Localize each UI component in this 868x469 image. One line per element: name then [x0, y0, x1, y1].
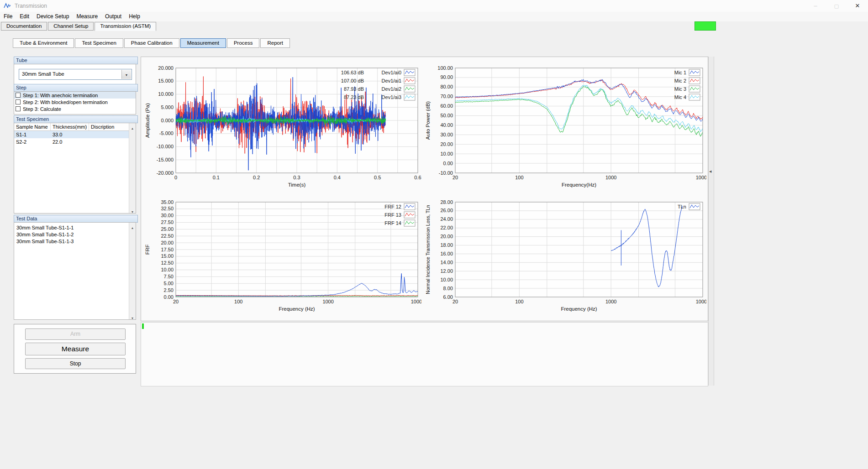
legend-entry: FRF 14 [384, 220, 415, 226]
checkbox-icon[interactable] [16, 106, 21, 111]
subtab-process[interactable]: Process [227, 38, 260, 48]
chart-panel: 00.10.20.30.40.50.6-20.000-15.000-10.000… [141, 57, 708, 321]
svg-text:10.00: 10.00 [440, 277, 453, 282]
step-item[interactable]: Step 1: With anechoic termination [14, 92, 136, 99]
svg-text:25.00: 25.00 [161, 226, 174, 232]
menu-bar: FileEditDevice SetupMeasureOutputHelp [0, 12, 868, 21]
column-header: Discription [89, 123, 128, 130]
tab-strip: DocumentationChannel SetupTransmission (… [0, 21, 868, 31]
close-button[interactable] [847, 0, 868, 12]
stop-button[interactable]: Stop [25, 358, 126, 369]
svg-text:2.50: 2.50 [164, 287, 174, 293]
step-item[interactable]: Step 2: With blocked/open termination [14, 99, 136, 105]
svg-text:0.5: 0.5 [374, 175, 381, 180]
column-header: Thickness(mm) [51, 123, 89, 130]
svg-text:6.00: 6.00 [443, 294, 453, 300]
window-title: Transmission [15, 3, 47, 9]
subtab-tube-environment[interactable]: Tube & Environment [13, 38, 74, 48]
subtab-test-specimen[interactable]: Test Specimen [75, 38, 123, 48]
minimize-button[interactable] [805, 0, 826, 12]
tube-select[interactable]: 30mm Small Tube [19, 69, 132, 80]
svg-text:12.00: 12.00 [440, 268, 453, 274]
svg-text:32.50: 32.50 [161, 206, 174, 211]
svg-text:0.000: 0.000 [161, 118, 174, 123]
svg-text:20.00: 20.00 [440, 141, 453, 147]
testdata-scrollbar[interactable] [129, 223, 136, 319]
table-cell: S2-2 [14, 138, 51, 146]
frf-chart: 201001000100000.002.505.007.5010.0012.50… [142, 194, 421, 319]
subtab-phase-calibration[interactable]: Phase Calibration [124, 38, 179, 48]
svg-text:Time(s): Time(s) [288, 182, 306, 188]
measure-button[interactable]: Measure [25, 343, 126, 355]
tube-section: 30mm Small Tube [14, 64, 136, 84]
svg-text:20: 20 [452, 299, 458, 304]
menu-item-help[interactable]: Help [125, 12, 144, 21]
menu-item-measure[interactable]: Measure [73, 12, 101, 21]
svg-text:10000: 10000 [696, 299, 706, 304]
subtab-report[interactable]: Report [260, 38, 290, 48]
panel-splitter[interactable] [708, 57, 714, 386]
table-cell: S1-1 [14, 131, 51, 138]
menu-item-file[interactable]: File [0, 12, 16, 21]
step-list: Step 1: With anechoic terminationStep 2:… [14, 91, 136, 115]
svg-text:Amplitude (Pa): Amplitude (Pa) [145, 103, 150, 138]
time-waveform-chart: 00.10.20.30.40.50.6-20.000-15.000-10.000… [142, 58, 421, 194]
scroll-up-icon[interactable] [129, 223, 136, 229]
tab-transmission-astm[interactable]: Transmission (ASTM) [95, 22, 156, 31]
specimen-section-header: Test Specimen [14, 115, 138, 123]
svg-text:80.00: 80.00 [440, 84, 453, 89]
svg-text:FRF: FRF [145, 245, 150, 255]
table-cell: 33.0 [51, 131, 89, 138]
tab-documentation[interactable]: Documentation [1, 22, 47, 31]
svg-text:Dev1/ai3: Dev1/ai3 [382, 94, 401, 100]
svg-text:100.00: 100.00 [437, 65, 453, 71]
subtab-measurement[interactable]: Measurement [180, 38, 226, 48]
svg-text:35.00: 35.00 [161, 199, 174, 205]
svg-text:TLn: TLn [678, 204, 686, 209]
list-item[interactable]: 30mm Small Tube-S1-1-2 [14, 231, 129, 238]
svg-text:Mic 1: Mic 1 [674, 70, 686, 75]
svg-text:20: 20 [452, 175, 458, 180]
svg-text:87.93 dB: 87.93 dB [344, 86, 364, 92]
scroll-down-icon[interactable] [129, 313, 136, 319]
status-indicator [694, 21, 716, 31]
list-item[interactable]: 30mm Small Tube-S1-1-1 [14, 224, 129, 231]
svg-text:27.50: 27.50 [161, 219, 174, 225]
svg-text:24.00: 24.00 [440, 216, 453, 222]
svg-text:5.000: 5.000 [161, 104, 174, 110]
svg-text:100: 100 [515, 299, 523, 304]
legend-entry: FRF 12 [384, 203, 415, 210]
svg-text:Dev1/ai0: Dev1/ai0 [382, 70, 401, 75]
checkbox-icon[interactable] [16, 99, 21, 104]
maximize-button[interactable] [826, 0, 847, 12]
svg-text:Dev1/ai2: Dev1/ai2 [382, 86, 401, 92]
svg-text:-15.000: -15.000 [157, 157, 174, 162]
list-item[interactable]: 30mm Small Tube-S1-1-3 [14, 238, 129, 245]
scroll-up-icon[interactable] [129, 123, 136, 130]
arm-button[interactable]: Arm [25, 328, 126, 340]
chevron-down-icon[interactable] [121, 70, 131, 79]
svg-text:0.2: 0.2 [253, 175, 260, 180]
svg-text:0.00: 0.00 [443, 161, 453, 166]
auto-power-chart: 20100100010000-10.000.0010.0020.0030.004… [422, 58, 706, 194]
table-row[interactable]: S2-222.0 [14, 138, 129, 146]
scroll-down-icon[interactable] [129, 207, 136, 213]
svg-text:Frequency(Hz): Frequency(Hz) [562, 182, 596, 188]
menu-item-device-setup[interactable]: Device Setup [33, 12, 73, 21]
svg-text:-5.000: -5.000 [159, 130, 174, 136]
menu-item-edit[interactable]: Edit [16, 12, 33, 21]
svg-text:90.00: 90.00 [440, 74, 453, 80]
transmission-loss-chart: 201001000100006.008.0010.0012.0014.0016.… [422, 194, 706, 319]
svg-text:0.4: 0.4 [334, 175, 341, 180]
step-item[interactable]: Step 3: Calculate [14, 105, 136, 112]
tab-channel-setup[interactable]: Channel Setup [48, 22, 94, 31]
specimen-table: Sample NameThickness(mm)Discription S1-1… [14, 123, 136, 214]
svg-text:Auto Power (dB): Auto Power (dB) [425, 101, 431, 140]
svg-text:FRF 12: FRF 12 [384, 204, 401, 209]
table-row[interactable]: S1-133.0 [14, 131, 129, 138]
svg-text:18.00: 18.00 [440, 242, 453, 248]
specimen-scrollbar[interactable] [129, 123, 136, 213]
menu-item-output[interactable]: Output [101, 12, 125, 21]
checkbox-icon[interactable] [16, 93, 21, 98]
svg-text:Mic 4: Mic 4 [674, 94, 686, 100]
